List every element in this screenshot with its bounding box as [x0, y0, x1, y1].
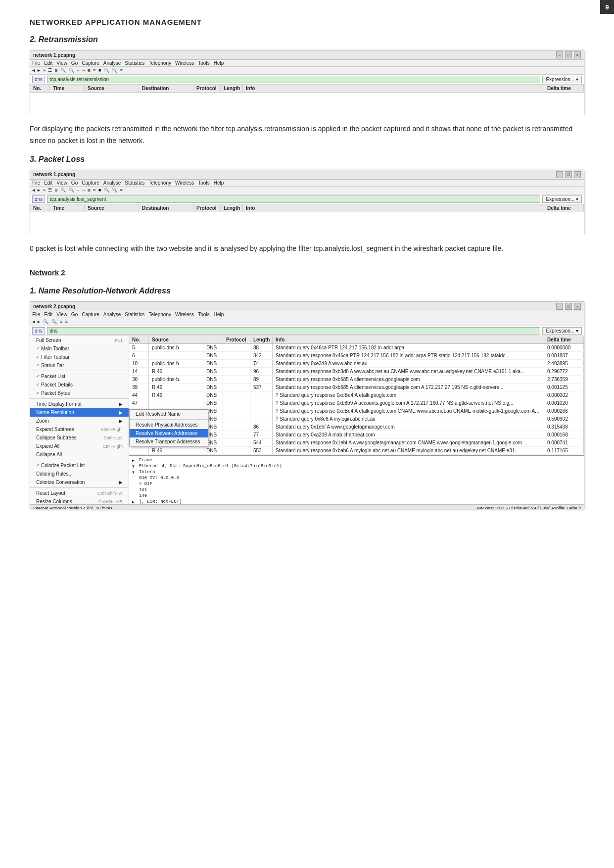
ctx-reset-layout[interactable]: Reset LayoutCtrl+Shift+W: [30, 489, 129, 497]
packet-row-39[interactable]: 39 R.46 DNS 537 Standard query response …: [129, 384, 584, 391]
ctx-packet-bytes[interactable]: ✓Packet Bytes: [30, 389, 129, 397]
ctx-expand-all[interactable]: Expand AllCtrl+Right: [30, 442, 129, 450]
menu-view[interactable]: View: [56, 60, 67, 66]
menu-view-pl[interactable]: View: [56, 180, 67, 186]
ctx-collapse-all[interactable]: Collapse All: [30, 450, 129, 459]
menu-capture-pl[interactable]: Capture: [82, 180, 99, 186]
menu-help-n2[interactable]: Help: [214, 312, 224, 317]
menu-edit-pl[interactable]: Edit: [44, 180, 52, 186]
page-number: 9: [605, 3, 609, 11]
ctx-filter-toolbar[interactable]: ✓Filter Toolbar: [30, 353, 129, 361]
menu-tools[interactable]: Tools: [198, 60, 209, 66]
filter-input-packetloss[interactable]: [47, 195, 540, 203]
ctx-expand-subtrees[interactable]: Expand SubtreesShift+Right: [30, 425, 129, 434]
packet-row-14[interactable]: 14 R.46 DNS 96 Standard query response 0…: [129, 368, 584, 376]
menu-help-pl[interactable]: Help: [214, 180, 224, 186]
ws-menubar-retransmission: File Edit View Go Capture Analyse Statis…: [30, 60, 584, 67]
ws-titlebar-net2: network 2.pcapng – □ ✕: [30, 302, 584, 311]
menu-tools-pl[interactable]: Tools: [198, 180, 209, 186]
filter-expr-btn-net2[interactable]: Expression... ▾: [542, 327, 582, 335]
tree-internet[interactable]: ▼Intern: [132, 469, 581, 475]
ws-restore-net2[interactable]: □: [565, 303, 572, 310]
filter-expr-btn-retransmission[interactable]: Expression... ▾: [542, 76, 582, 83]
sub-resolve-transport[interactable]: Resolve Transport Addresses: [130, 437, 208, 446]
ctx-name-resolution[interactable]: Name Resolution▶: [30, 408, 129, 417]
packet-row-10[interactable]: 10 public-dns-b. DNS 74 Standard query 0…: [129, 360, 584, 368]
menu-help[interactable]: Help: [214, 60, 224, 66]
ctx-status-bar[interactable]: ✓Status Bar: [30, 361, 129, 370]
menu-wireless-n2[interactable]: Wireless: [175, 312, 194, 317]
ctx-packet-details[interactable]: ✓Packet Details: [30, 381, 129, 389]
menu-telephony-pl[interactable]: Telephony: [148, 180, 171, 186]
ws-filter-bar-retransmission: dns Expression... ▾: [30, 75, 584, 85]
ctx-full-screen[interactable]: Full ScreenF11: [30, 336, 129, 344]
menu-go[interactable]: Go: [71, 60, 78, 66]
menu-go-pl[interactable]: Go: [71, 180, 78, 186]
menu-statistics-n2[interactable]: Statistics: [125, 312, 144, 317]
ctx-zoom[interactable]: Zoom▶: [30, 417, 129, 425]
filter-input-net2[interactable]: [47, 327, 540, 335]
menu-analyse-n2[interactable]: Analyse: [103, 312, 121, 317]
ctx-main-toolbar[interactable]: ✓Main Toolbar: [30, 344, 129, 353]
packet-row-last[interactable]: R.46 DNS 553 Standard query response 0xb…: [129, 447, 584, 455]
menu-go-n2[interactable]: Go: [71, 312, 78, 317]
ctx-time-display-format[interactable]: Time Display Format▶: [30, 400, 129, 408]
col-dst: Destination: [139, 85, 193, 92]
menu-statistics-pl[interactable]: Statistics: [125, 180, 144, 186]
ws-minimize-btn-pl[interactable]: –: [556, 171, 563, 178]
sub-resolve-physical[interactable]: Resolve Physical Addresses: [130, 421, 208, 429]
filter-label-n2: dns: [32, 327, 45, 335]
packet-row-47[interactable]: 47 DNS ? Standard query response 0xb8b9 …: [129, 399, 584, 407]
ctx-collapse-subtrees[interactable]: Collapse SubtreesShift+Left: [30, 434, 129, 442]
menu-file-pl[interactable]: File: [32, 180, 40, 186]
menu-file-n2[interactable]: File: [32, 312, 40, 317]
col-proto-pl: Protocol: [193, 204, 221, 212]
ws-minimize-btn[interactable]: –: [556, 51, 563, 58]
page-number-badge: 9: [600, 0, 614, 14]
ws-restore-btn[interactable]: □: [565, 51, 572, 58]
filter-label-retransmission: dns: [32, 76, 45, 83]
menu-telephony[interactable]: Telephony: [148, 60, 171, 66]
ctx-colorize-packet-list[interactable]: ✓Colorize Packet List: [30, 461, 129, 470]
menu-statistics[interactable]: Statistics: [125, 60, 144, 66]
ctx-packet-list[interactable]: ✓Packet List: [30, 372, 129, 381]
network2-window: network 2.pcapng – □ ✕ File Edit View Go…: [30, 301, 584, 509]
tree-dif: > DIF: [132, 481, 581, 487]
filter-expr-btn-pl[interactable]: Expression... ▾: [542, 195, 582, 203]
ws-close-net2[interactable]: ✕: [574, 303, 581, 310]
tree-frame[interactable]: ▶Frame: [132, 457, 581, 463]
retransmission-body-text: For displaying the packets retransmitted…: [30, 123, 584, 147]
menu-wireless-pl[interactable]: Wireless: [175, 180, 194, 186]
ws-close-btn-pl[interactable]: ✕: [574, 171, 581, 178]
menu-tools-n2[interactable]: Tools: [198, 312, 209, 317]
packet-row-6[interactable]: 6 DNS 342 Standard query response 0x46ca…: [129, 352, 584, 360]
filter-input-retransmission[interactable]: [47, 76, 540, 83]
menu-wireless[interactable]: Wireless: [175, 60, 194, 66]
ws-status-bar-net2: Internet Protocol Version 4 (ip), 20 byt…: [30, 504, 584, 509]
menu-edit-n2[interactable]: Edit: [44, 312, 52, 317]
sub-resolve-network[interactable]: Resolve Network Addresses: [130, 429, 208, 437]
ws-minimize-net2[interactable]: –: [556, 303, 563, 310]
filter-label-pl: dns: [32, 195, 45, 203]
packet-row-30[interactable]: 30 public-dns-b. DNS 89 Standard query r…: [129, 376, 584, 384]
page-title: NETWORKED APPLICATION MANAGEMENT: [30, 18, 584, 26]
tree-ethernet[interactable]: ▼Etherne4, Dst: SuperMic_e8:c6:e1 (8c:c4…: [132, 463, 581, 469]
packet-area-retransmission: [30, 93, 584, 117]
menu-capture-n2[interactable]: Capture: [82, 312, 99, 317]
ctx-coloring-rules[interactable]: Coloring Rules...: [30, 470, 129, 478]
ws-close-btn[interactable]: ✕: [574, 51, 581, 58]
menu-edit[interactable]: Edit: [44, 60, 52, 66]
menu-file[interactable]: File: [32, 60, 40, 66]
ctx-resize-columns[interactable]: Resize ColumnsCtrl+Shift+R: [30, 497, 129, 504]
sub-edit-resolved-name[interactable]: Edit Resolved Name: [130, 410, 208, 418]
ctx-colorize-conversation[interactable]: Colorize Conversation▶: [30, 478, 129, 486]
packet-row-5[interactable]: 5 public-dns-b. DNS 88 Standard query 0x…: [129, 344, 584, 352]
menu-telephony-n2[interactable]: Telephony: [148, 312, 171, 317]
tree-ecn[interactable]: ▶), ECN: Not-ECT): [132, 499, 581, 504]
menu-analyse[interactable]: Analyse: [103, 60, 121, 66]
menu-view-n2[interactable]: View: [56, 312, 67, 317]
menu-analyse-pl[interactable]: Analyse: [103, 180, 121, 186]
ws-restore-btn-pl[interactable]: □: [565, 171, 572, 178]
packet-row-44[interactable]: 44 R.46 DNS ? Standard query response 0x…: [129, 391, 584, 399]
menu-capture[interactable]: Capture: [82, 60, 99, 66]
